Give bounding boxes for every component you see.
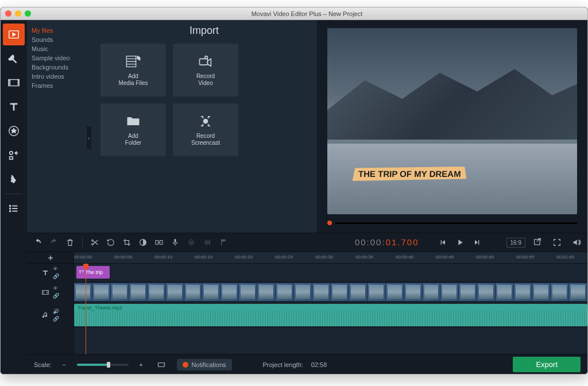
category-backgrounds[interactable]: Backgrounds bbox=[32, 63, 87, 72]
bottom-bar: Scale: − + Notifications Project length:… bbox=[27, 354, 587, 374]
video-track-header[interactable]: 👁🔗 bbox=[27, 282, 74, 302]
record-screencast-tile[interactable]: Record Screencast bbox=[173, 103, 238, 156]
audio-properties-button[interactable] bbox=[200, 235, 215, 250]
close-window-button[interactable] bbox=[5, 10, 11, 17]
next-frame-button[interactable] bbox=[470, 235, 485, 250]
redo-button[interactable] bbox=[47, 235, 61, 250]
video-clip-thumb[interactable] bbox=[514, 283, 532, 301]
video-clip-thumb[interactable] bbox=[440, 283, 458, 301]
video-clip-thumb[interactable] bbox=[148, 283, 165, 301]
sidebar-stickers-button[interactable] bbox=[3, 120, 25, 142]
audio-track-header[interactable]: 🔊🔗 bbox=[27, 303, 74, 327]
video-clip-thumb[interactable] bbox=[496, 283, 513, 301]
video-clip-thumb[interactable] bbox=[74, 283, 92, 301]
delete-button[interactable] bbox=[63, 235, 78, 250]
video-clip-thumb[interactable] bbox=[368, 283, 385, 301]
maximize-window-button[interactable] bbox=[25, 10, 31, 17]
add-folder-tile[interactable]: Add Folder bbox=[100, 103, 166, 156]
export-button[interactable]: Export bbox=[513, 357, 581, 372]
sidebar-filters-button[interactable] bbox=[3, 48, 25, 70]
record-audio-button[interactable] bbox=[168, 235, 183, 250]
category-frames[interactable]: Frames bbox=[32, 81, 87, 90]
scale-slider[interactable] bbox=[77, 364, 129, 366]
video-clip-thumb[interactable] bbox=[202, 283, 220, 301]
minimize-window-button[interactable] bbox=[15, 10, 21, 17]
preview-scrubber[interactable] bbox=[327, 218, 577, 228]
video-clip-thumb[interactable] bbox=[220, 283, 238, 301]
panel-collapse-handle[interactable]: ‹ bbox=[87, 126, 91, 149]
color-adjust-button[interactable] bbox=[136, 235, 150, 250]
title-clip[interactable]: T⸆ The trip bbox=[76, 266, 110, 279]
play-button[interactable] bbox=[452, 235, 467, 250]
video-clip-thumb[interactable] bbox=[111, 283, 129, 301]
title-track[interactable]: T⸆ The trip bbox=[74, 264, 587, 281]
video-clip-thumb[interactable] bbox=[257, 283, 275, 301]
record-video-tile[interactable]: Record Video bbox=[173, 44, 238, 96]
category-intro-videos[interactable]: Intro videos bbox=[32, 72, 87, 81]
video-clip-thumb[interactable] bbox=[166, 283, 184, 301]
scale-slider-thumb[interactable] bbox=[107, 362, 110, 368]
marker-button[interactable] bbox=[216, 235, 231, 250]
video-clip-thumb[interactable] bbox=[551, 283, 568, 301]
category-my-files[interactable]: My files bbox=[32, 26, 87, 35]
video-clip-thumb[interactable] bbox=[386, 283, 404, 301]
video-clip-thumb[interactable] bbox=[276, 283, 293, 301]
video-clip-thumb[interactable] bbox=[349, 283, 367, 301]
aspect-ratio-button[interactable]: 16:9 bbox=[506, 238, 525, 248]
fit-timeline-button[interactable] bbox=[154, 357, 169, 372]
ruler-tick: 00:00:05 bbox=[114, 254, 132, 260]
video-clip-thumb[interactable] bbox=[331, 283, 349, 301]
video-clip-thumb[interactable] bbox=[459, 283, 477, 301]
video-clip-thumb[interactable] bbox=[404, 283, 422, 301]
video-clip-thumb[interactable] bbox=[423, 283, 440, 301]
video-clip-thumb[interactable] bbox=[129, 283, 147, 301]
zoom-in-button[interactable]: + bbox=[137, 357, 146, 372]
category-music[interactable]: Music bbox=[32, 44, 87, 53]
crop-button[interactable] bbox=[119, 235, 134, 250]
video-clip-thumb[interactable] bbox=[92, 283, 110, 301]
video-clip-thumb[interactable] bbox=[184, 283, 202, 301]
video-track[interactable] bbox=[74, 282, 587, 302]
rotate-button[interactable] bbox=[103, 235, 118, 250]
svg-point-11 bbox=[204, 119, 208, 123]
prev-frame-button[interactable] bbox=[435, 235, 450, 250]
scrubber-track[interactable] bbox=[335, 222, 577, 224]
zoom-out-button[interactable]: − bbox=[60, 357, 69, 372]
video-clip-thumb[interactable] bbox=[477, 283, 495, 301]
notifications-button[interactable]: Notifications bbox=[177, 359, 232, 370]
sidebar-transitions-button[interactable] bbox=[3, 72, 25, 94]
sidebar-titles-button[interactable] bbox=[3, 96, 25, 118]
add-media-files-tile[interactable]: Add Media Files bbox=[100, 44, 166, 96]
category-sample-video[interactable]: Sample video bbox=[32, 53, 87, 63]
sidebar-animation-button[interactable] bbox=[3, 168, 25, 190]
sidebar-more-button[interactable] bbox=[3, 198, 25, 219]
time-ruler[interactable]: 00:00:0000:00:0500:00:1000:00:1500:00:20… bbox=[74, 252, 587, 263]
transition-wizard-button[interactable] bbox=[152, 235, 167, 250]
video-clips[interactable] bbox=[74, 283, 587, 301]
detach-preview-button[interactable] bbox=[530, 235, 545, 250]
sidebar-callouts-button[interactable] bbox=[3, 144, 25, 166]
category-sounds[interactable]: Sounds bbox=[32, 35, 87, 44]
title-track-header[interactable]: 👁🔗 bbox=[27, 264, 74, 281]
audio-clip[interactable]: Travel_Theme.mp3 bbox=[74, 304, 587, 326]
add-track-button[interactable] bbox=[27, 252, 74, 263]
video-clip-thumb[interactable] bbox=[532, 283, 550, 301]
video-clip-thumb[interactable] bbox=[312, 283, 330, 301]
sidebar-import-button[interactable] bbox=[3, 24, 25, 45]
undo-button[interactable] bbox=[30, 235, 45, 250]
preview-video[interactable]: THE TRIP OF MY DREAM bbox=[327, 28, 577, 214]
svg-rect-19 bbox=[535, 240, 540, 245]
video-clip-thumb[interactable] bbox=[239, 283, 257, 301]
clip-properties-button[interactable] bbox=[184, 235, 199, 250]
video-clip-thumb[interactable] bbox=[294, 283, 312, 301]
video-clip-thumb[interactable] bbox=[569, 283, 587, 301]
split-button[interactable] bbox=[87, 235, 102, 250]
timeline-playhead[interactable] bbox=[86, 264, 86, 354]
scrubber-playhead-icon[interactable] bbox=[327, 221, 332, 225]
audio-track-icon bbox=[41, 311, 49, 319]
fullscreen-button[interactable] bbox=[550, 235, 564, 250]
empty-track[interactable] bbox=[74, 328, 587, 354]
import-main: ‹ Import Add Media Files Record Video bbox=[91, 20, 317, 233]
audio-track[interactable]: Travel_Theme.mp3 bbox=[74, 303, 587, 327]
volume-button[interactable] bbox=[569, 235, 584, 250]
